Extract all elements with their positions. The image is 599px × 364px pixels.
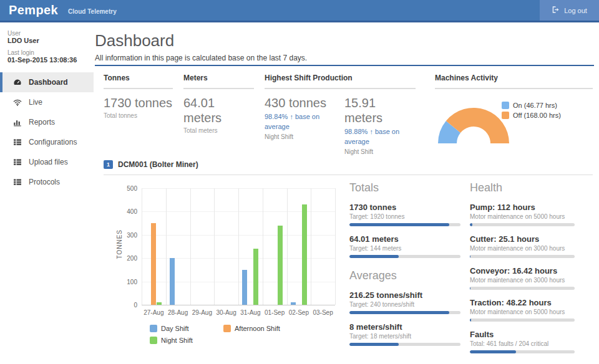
section-heading-averages: Averages: [349, 269, 460, 282]
product-name: Cloud Telemetry: [68, 8, 117, 15]
x-tick-label: 29-Aug: [190, 309, 215, 316]
progress-track: [470, 350, 575, 353]
v-gridline: [311, 188, 311, 305]
metric-caption: Target: 144 meters: [349, 245, 460, 252]
progress-fill: [470, 223, 472, 226]
machine-section-header: 1 DCM001 (Bolter Miner): [104, 160, 593, 175]
y-tick-label: 200: [112, 255, 137, 262]
progress-fill: [470, 287, 470, 290]
machine-count-badge: 1: [104, 160, 113, 169]
progress-track: [349, 223, 460, 226]
production-bar-chart: TONNES 0100200300400500 27-Aug28-Aug29-A…: [104, 182, 353, 353]
progress-track: [349, 255, 460, 258]
metric-title: Faults: [470, 330, 575, 339]
arrow-up-icon: ↑: [290, 113, 293, 120]
metric-caption: Total: 461 faults / 204 critical: [470, 340, 575, 347]
totals-column: Totals1730 tonnesTarget: 1920 tonnes64.0…: [349, 181, 460, 346]
legend-item-day-shift[interactable]: Day Shift: [150, 325, 223, 332]
x-axis-line: [142, 305, 335, 305]
x-tick-label: 27-Aug: [142, 309, 166, 316]
bar-chart-legend: Day ShiftAfternoon ShiftNight Shift: [150, 325, 280, 347]
y-tick-label: 0: [112, 302, 137, 309]
brand-logo: Pempek: [9, 3, 58, 17]
logout-icon: [552, 6, 560, 15]
x-tick-label: 30-Aug: [214, 309, 238, 316]
sidebar-item-label: Upload files: [29, 158, 68, 166]
bar-night-shift-31-Aug: [253, 249, 258, 305]
legend-swatch: [223, 325, 231, 332]
legend-swatch: [502, 102, 509, 109]
tonnes-card-title: Tonnes: [104, 74, 173, 89]
progress-fill: [349, 223, 449, 226]
arrow-up-icon: ↑: [369, 128, 373, 135]
legend-item-night-shift[interactable]: Night Shift: [150, 337, 223, 344]
metric-caption: Target: 240 tonnes/shift: [349, 301, 460, 308]
logout-label: Log out: [564, 7, 587, 14]
legend-label: Off (168.00 hrs): [513, 112, 561, 119]
progress-fill: [470, 255, 470, 258]
bar-night-shift-02-Sep: [302, 204, 307, 305]
v-gridline: [335, 188, 336, 305]
metric-item: Conveyor: 16.42 hoursMotor maintenance o…: [470, 266, 575, 290]
donut-legend-item[interactable]: On (46.77 hrs): [502, 102, 561, 109]
metric-title: 216.25 tonnes/shift: [349, 290, 460, 300]
top-header: Pempek Cloud Telemetry Log out: [0, 0, 599, 22]
logout-button[interactable]: Log out: [540, 0, 599, 21]
metric-item: 8 meters/shiftTarget: 18 meters/shift: [349, 322, 460, 346]
v-gridline: [263, 188, 263, 305]
bar-night-shift-01-Sep: [278, 226, 283, 305]
user-name: LDO User: [7, 37, 86, 44]
machine-section-title: DCM001 (Bolter Miner): [118, 160, 198, 169]
v-gridline: [190, 188, 191, 305]
donut-legend-item[interactable]: Off (168.00 hrs): [502, 112, 561, 119]
list-icon: [13, 158, 22, 166]
metric-item: 1730 tonnesTarget: 1920 tonnes: [349, 203, 460, 226]
sidebar-item-configurations[interactable]: Configurations: [0, 132, 94, 152]
progress-track: [349, 343, 460, 346]
sidebar-item-label: Protocols: [29, 178, 60, 186]
v-gridline: [238, 188, 239, 305]
bar-night-shift-27-Aug: [157, 302, 162, 305]
progress-fill: [349, 343, 399, 346]
progress-fill: [470, 318, 471, 322]
y-tick-label: 500: [112, 185, 137, 192]
metric-caption: Motor maintenance on 5000 hours: [470, 213, 575, 220]
metric-title: Conveyor: 16.42 hours: [470, 266, 575, 275]
highest-shift-meters-shift: Night Shift: [344, 148, 416, 155]
progress-fill: [470, 350, 516, 353]
machines-activity-legend: On (46.77 hrs)Off (168.00 hrs): [502, 102, 561, 122]
highest-shift-meters-percent-line: 98.88% ↑ base on average: [344, 127, 416, 147]
metric-item: Cutter: 25.1 hoursMotor maintenance on 3…: [470, 234, 575, 258]
dashboard-icon: [13, 78, 22, 87]
highest-shift-production-card: Highest Shift Production 430 tonnes 98.8…: [265, 74, 416, 155]
sidebar-item-protocols[interactable]: Protocols: [0, 172, 94, 192]
metric-title: 64.01 meters: [349, 234, 460, 244]
sidebar-item-upload-files[interactable]: Upload files: [0, 152, 94, 172]
sidebar-item-label: Configurations: [29, 138, 77, 146]
sidebar-item-dashboard[interactable]: Dashboard: [0, 72, 94, 92]
sidebar-item-reports[interactable]: Reports: [0, 112, 94, 132]
legend-item-afternoon-shift[interactable]: Afternoon Shift: [223, 325, 280, 332]
meters-total-value: 64.01 meters: [183, 95, 233, 125]
metric-title: 8 meters/shift: [349, 322, 460, 332]
bar-day-shift-28-Aug: [170, 258, 175, 305]
bar-day-shift-02-Sep: [291, 302, 296, 305]
metric-item: FaultsTotal: 461 faults / 204 critical: [470, 330, 575, 353]
highest-shift-production-title: Highest Shift Production: [265, 74, 416, 89]
tonnes-total-value: 1730 tonnes: [104, 95, 173, 110]
sidebar-item-label: Live: [29, 98, 42, 107]
title-divider: [95, 65, 594, 66]
metric-title: Traction: 48.22 hours: [470, 298, 575, 307]
list-icon: [13, 138, 22, 146]
tonnes-total-caption: Total tonnes: [104, 112, 173, 119]
v-gridline: [166, 188, 167, 305]
progress-fill: [349, 255, 399, 258]
x-tick-label: 31-Aug: [238, 309, 263, 316]
progress-track: [470, 287, 575, 290]
progress-track: [349, 311, 460, 314]
live-icon: [13, 98, 22, 107]
percent-value: 98.88%: [344, 128, 368, 135]
page-subtitle: All information in this page is calculat…: [95, 54, 307, 62]
user-label: User: [7, 30, 86, 37]
sidebar-item-live[interactable]: Live: [0, 92, 94, 112]
